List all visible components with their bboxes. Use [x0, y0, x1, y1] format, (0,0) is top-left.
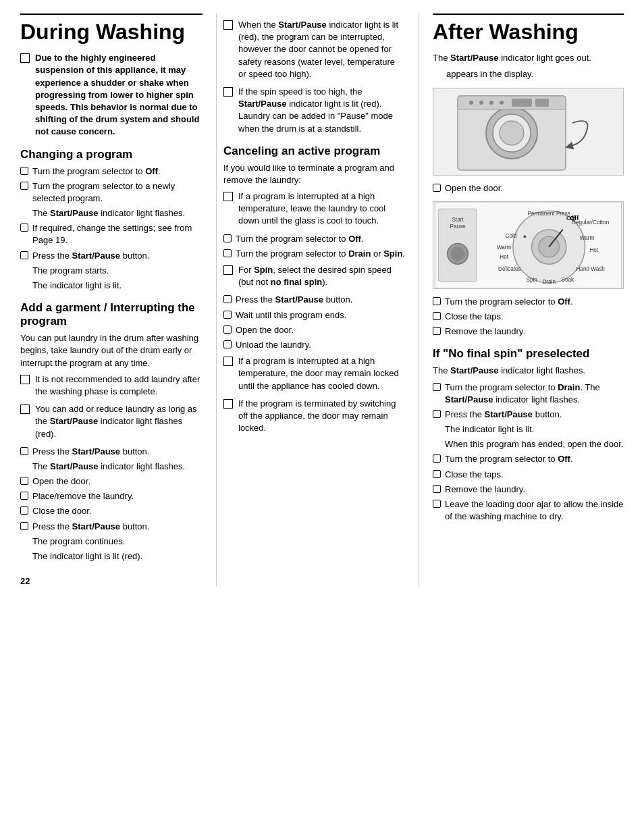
note-icon — [223, 192, 233, 201]
checkbox-icon — [433, 454, 441, 463]
canceling-program-title: Canceling an active program — [223, 145, 405, 158]
note-icon — [223, 87, 233, 97]
list-item: Turn the program selector to Drain. The … — [433, 382, 624, 406]
middle-note-2: If the spin speed is too high, the Start… — [223, 86, 405, 135]
list-item: Remove the laundry. — [433, 484, 624, 496]
checkbox-icon — [223, 325, 232, 334]
cancel-note-text-4: If the program is terminated by switchin… — [238, 398, 405, 435]
washer-svg — [451, 89, 606, 174]
warning-text: Due to the highly engineered suspension … — [35, 52, 203, 138]
middle-column: When the Start/Pause indicator light is … — [216, 14, 419, 586]
svg-text:Spin: Spin — [526, 277, 537, 283]
left-column: During Washing Due to the highly enginee… — [20, 14, 216, 586]
note-text-2: You can add or reduce laundry as long as… — [35, 403, 203, 440]
list-item: Turn the program selector to Off. — [223, 233, 405, 245]
list-item: Open the door. — [223, 324, 405, 336]
note-icon — [223, 265, 233, 275]
cancel-note-text-3: If a program is interrupted at a high te… — [238, 355, 405, 392]
list-item: Close the door. — [20, 505, 203, 517]
list-item: Close the taps. — [433, 469, 624, 481]
list-item: The program starts. — [20, 265, 203, 277]
svg-point-33 — [539, 236, 560, 257]
canceling-intro: If you would like to terminate a program… — [223, 162, 405, 186]
checkbox-icon — [20, 447, 28, 455]
list-item: Open the door. — [433, 182, 624, 194]
note-text-1: It is not recommended to add laundry aft… — [35, 373, 203, 398]
cancel-list-2: Press the Start/Pause button. Wait until… — [223, 294, 405, 351]
no-final-spin-intro: The Start/Pause indicator light flashes. — [433, 365, 624, 377]
add-garment-intro: You can put laundry in the drum after wa… — [20, 332, 203, 369]
list-item: Wait until this program ends. — [223, 309, 405, 321]
add-garment-list: Press the Start/Pause button. The Start/… — [20, 446, 203, 563]
checkbox-icon — [20, 182, 28, 190]
right-column: After Washing The Start/Pause indicator … — [419, 14, 624, 586]
checkbox-icon — [20, 492, 28, 500]
after-washing-title: After Washing — [433, 14, 624, 44]
checkbox-icon — [20, 224, 28, 232]
cancel-note-text-1: If a program is interrupted at a high te… — [238, 190, 405, 228]
middle-note-1: When the Start/Pause indicator light is … — [223, 19, 405, 80]
cancel-note-text-2: For Spin, select the desired spin speed … — [238, 264, 405, 288]
checkbox-icon — [433, 500, 441, 508]
list-item: When this program has ended, open the do… — [433, 438, 624, 450]
svg-rect-10 — [535, 99, 549, 107]
checkbox-icon — [433, 312, 441, 320]
after-washing-intro: The Start/Pause indicator light goes out… — [433, 52, 624, 64]
list-item: Close the taps. — [433, 311, 624, 323]
middle-note-text-2: If the spin speed is too high, the Start… — [238, 86, 405, 135]
list-item: Unload the laundry. — [223, 339, 405, 351]
note-icon — [20, 375, 30, 384]
checkbox-icon — [433, 383, 441, 391]
svg-point-22 — [523, 235, 526, 238]
note-box-2: You can add or reduce laundry as long as… — [20, 403, 203, 440]
svg-text:Warm: Warm — [497, 244, 512, 250]
list-item: Place/remove the laundry. — [20, 490, 203, 502]
list-item: Press the Start/Pause button. — [20, 521, 203, 533]
cancel-note-3: If a program is interrupted at a high te… — [223, 355, 405, 392]
checkbox-icon — [223, 234, 232, 242]
svg-text:Cold: Cold — [505, 233, 516, 239]
note-icon — [223, 357, 233, 366]
list-item: Press the Start/Pause button. — [20, 446, 203, 458]
no-final-spin-list: Turn the program selector to Drain. The … — [433, 382, 624, 523]
checkbox-icon — [223, 249, 232, 257]
list-item: Press the Start/Pause button. — [433, 409, 624, 421]
svg-text:Hot: Hot — [500, 254, 508, 260]
after-list-1: Open the door. — [433, 182, 624, 194]
dial-svg: Start Pause Permanent Press Off Regular/… — [433, 202, 623, 288]
list-item: Press the Start/Pause button. — [223, 294, 405, 306]
list-item: Turn the program selector to Off. — [433, 453, 624, 465]
note-icon — [20, 405, 30, 414]
checkbox-icon — [20, 251, 28, 259]
svg-rect-9 — [512, 99, 532, 107]
no-final-spin-title: If "No final spin" preselected — [433, 347, 624, 361]
warning-icon — [20, 53, 30, 63]
svg-point-8 — [500, 101, 504, 105]
middle-note-text-1: When the Start/Pause indicator light is … — [238, 19, 405, 80]
svg-text:Hot: Hot — [589, 246, 598, 253]
checkbox-icon — [223, 340, 232, 348]
svg-text:Drain: Drain — [542, 279, 556, 285]
checkbox-icon — [433, 184, 441, 192]
checkbox-icon — [20, 522, 28, 530]
page-layout: During Washing Due to the highly enginee… — [20, 14, 624, 586]
list-item: The Start/Pause indicator light flashes. — [20, 461, 203, 473]
svg-point-7 — [489, 101, 493, 105]
list-item: The program continues. — [20, 536, 203, 548]
checkbox-icon — [433, 470, 441, 478]
note-box-1: It is not recommended to add laundry aft… — [20, 373, 203, 398]
list-item: Leave the loading door ajar to allow the… — [433, 498, 624, 523]
svg-text:Hand Wash: Hand Wash — [576, 266, 605, 272]
during-washing-title: During Washing — [20, 14, 203, 44]
svg-text:Permanent Press: Permanent Press — [528, 211, 570, 217]
checkbox-icon — [20, 477, 28, 485]
checkbox-icon — [433, 297, 441, 305]
cancel-note-1: If a program is interrupted at a high te… — [223, 190, 405, 228]
checkbox-icon — [20, 506, 28, 515]
svg-text:Pause: Pause — [450, 224, 466, 230]
svg-point-16 — [451, 246, 464, 260]
list-item: Turn the program selector to Drain or Sp… — [223, 248, 405, 260]
cancel-note-2: For Spin, select the desired spin speed … — [223, 264, 405, 288]
svg-point-5 — [469, 101, 473, 105]
list-item: If required, change the settings; see fr… — [20, 222, 203, 246]
